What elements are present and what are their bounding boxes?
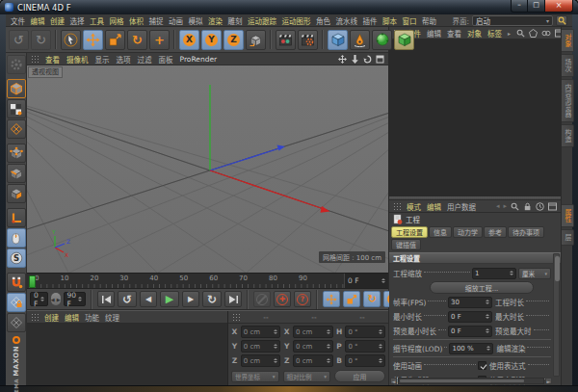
vp-menu-cameras[interactable]: 摄像机 xyxy=(66,54,89,65)
lock-z-axis-button[interactable]: Z xyxy=(223,30,244,50)
spinner[interactable] xyxy=(40,297,44,301)
apply-button[interactable]: 应用 xyxy=(334,370,385,382)
viewport-menu-icon[interactable] xyxy=(31,55,39,63)
workplane-mode-button[interactable] xyxy=(7,119,26,139)
link-icon[interactable] xyxy=(541,29,551,38)
spinner[interactable] xyxy=(379,329,382,334)
view-label[interactable]: 透视视图 xyxy=(28,66,63,78)
interface-dropdown[interactable]: 启动▾ xyxy=(472,15,553,26)
vp-menu-view[interactable]: 查看 xyxy=(45,54,60,65)
vp-menu-prorender[interactable]: ProRender xyxy=(180,55,218,64)
menu-animate[interactable]: 动画 xyxy=(169,15,183,26)
enable-snap-button[interactable] xyxy=(7,273,26,292)
scale-z-field[interactable]: 0 cm xyxy=(293,354,333,367)
om-menu-edit[interactable]: 编辑 xyxy=(427,28,441,39)
timeline-ruler[interactable]: 0 10 20 30 40 50 60 70 80 90 xyxy=(27,273,388,289)
menu-motion-tracker[interactable]: 运动跟踪 xyxy=(248,15,276,26)
next-frame-button[interactable]: ▶ xyxy=(182,291,199,307)
model-mode-button[interactable] xyxy=(7,79,26,98)
tab-referencing[interactable]: 参考 xyxy=(484,226,507,238)
end-frame-field[interactable]: 90 F xyxy=(64,292,87,306)
mat-menu-texture[interactable]: 纹理 xyxy=(105,312,119,323)
spinner[interactable] xyxy=(327,344,330,349)
menu-simulate[interactable]: 模拟 xyxy=(189,15,203,26)
undo-button[interactable]: ↺ xyxy=(9,30,29,50)
search-icon[interactable] xyxy=(511,202,519,211)
live-selection-button[interactable] xyxy=(61,30,81,50)
play-sound-button[interactable] xyxy=(253,291,271,307)
tab-dynamics[interactable]: 动力学 xyxy=(453,226,483,238)
fps-field[interactable]: 30 xyxy=(448,297,492,308)
scale-mode-dropdown[interactable]: 相对比例▾ xyxy=(283,371,331,382)
material-list-area[interactable] xyxy=(27,324,227,385)
title-bar[interactable]: CINEMA 4D F – □ × xyxy=(0,0,578,14)
vp-menu-options[interactable]: 选项 xyxy=(117,54,131,65)
rotation-b-field[interactable]: 0 ° xyxy=(345,354,385,367)
menu-volume[interactable]: 体积 xyxy=(129,15,144,26)
coordinate-system-button[interactable] xyxy=(246,30,266,50)
menu-tools[interactable]: 工具 xyxy=(90,15,104,26)
tab-todo[interactable]: 待办事项 xyxy=(508,226,544,238)
om-menu-tags[interactable]: 标签 xyxy=(487,28,502,39)
last-tool-button[interactable]: + xyxy=(149,30,170,50)
menu-create[interactable]: 创建 xyxy=(50,15,65,26)
tab-content-browser[interactable]: 内容浏览器 xyxy=(562,79,574,122)
spinner[interactable] xyxy=(274,344,277,349)
history-clock-icon[interactable] xyxy=(536,202,544,211)
spinner[interactable] xyxy=(327,329,330,334)
history-back-icon[interactable]: ◂ xyxy=(496,202,500,210)
scale-project-button[interactable]: 缩放工程... xyxy=(430,281,534,294)
subdivision-surface-button[interactable] xyxy=(372,30,392,50)
tab-key-interpolation[interactable]: 键插值 xyxy=(391,239,421,250)
use-animation-checkbox[interactable] xyxy=(478,361,486,370)
loop-button[interactable]: ↻ xyxy=(202,291,222,307)
tab-takes[interactable]: 场次 xyxy=(562,54,574,77)
menu-character[interactable]: 角色 xyxy=(316,15,330,26)
lock-icon[interactable] xyxy=(523,202,532,211)
zoom-view-icon[interactable] xyxy=(351,55,359,64)
spinner[interactable] xyxy=(274,329,277,334)
panel-icon[interactable] xyxy=(548,202,557,211)
pan-view-icon[interactable] xyxy=(338,55,347,64)
rotation-p-field[interactable]: 0 ° xyxy=(345,340,385,353)
lock-x-axis-button[interactable]: X xyxy=(179,30,199,50)
texture-mode-button[interactable] xyxy=(7,99,26,118)
spinner[interactable] xyxy=(510,271,513,275)
command-search-button[interactable] xyxy=(556,15,567,26)
project-scale-field[interactable]: 1 xyxy=(472,268,516,279)
vp-menu-panel[interactable]: 面板 xyxy=(159,54,173,65)
menu-pipeline[interactable]: 流水线 xyxy=(336,15,358,26)
menu-edit[interactable]: 编辑 xyxy=(31,15,45,26)
frame-range-stepper[interactable]: ◀▶ xyxy=(51,293,61,305)
prev-frame-button[interactable]: ◀ xyxy=(140,291,157,307)
rotate-tool-button[interactable]: ↻ xyxy=(127,30,147,50)
rotate-view-icon[interactable] xyxy=(363,55,372,64)
goto-end-button[interactable] xyxy=(224,291,242,307)
scale-tool-button[interactable] xyxy=(105,30,125,50)
section-header[interactable]: 工程设置 xyxy=(389,252,561,264)
render-view-button[interactable] xyxy=(276,30,296,50)
menu-help[interactable]: 帮助 xyxy=(422,15,436,26)
horizontal-scrollbar[interactable]: ◄ ► xyxy=(390,378,552,384)
spinner[interactable] xyxy=(486,328,489,333)
position-x-field[interactable]: 0 cm xyxy=(241,326,281,338)
points-mode-button[interactable] xyxy=(7,144,26,163)
move-tool-button[interactable] xyxy=(83,30,103,50)
menu-script[interactable]: 脚本 xyxy=(382,15,397,26)
spline-pen-button[interactable] xyxy=(350,30,370,50)
mat-menu-edit[interactable]: 编辑 xyxy=(65,312,79,323)
tab-structure[interactable]: 构造 xyxy=(562,124,574,147)
coordinate-system-dropdown[interactable]: 世界坐标▾ xyxy=(231,371,279,382)
spinner[interactable] xyxy=(379,358,382,363)
lod-field[interactable]: 100 % xyxy=(449,343,493,354)
add-primitive-cube-button[interactable] xyxy=(328,30,348,50)
spinner[interactable] xyxy=(274,358,277,363)
vp-menu-display[interactable]: 显示 xyxy=(95,54,110,65)
vertical-scrollbar[interactable] xyxy=(553,253,560,377)
workplane-button[interactable] xyxy=(7,313,26,332)
om-menu-objects[interactable]: 对象 xyxy=(467,28,482,39)
menu-render[interactable]: 渲染 xyxy=(208,15,223,26)
record-rotation-toggle[interactable]: ↻ xyxy=(363,291,381,307)
playhead[interactable] xyxy=(29,275,36,288)
autokey-button[interactable]: ? xyxy=(294,291,311,307)
